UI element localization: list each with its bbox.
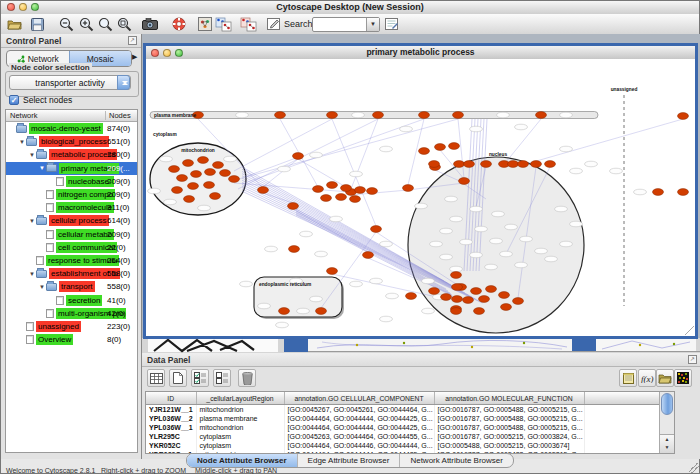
network-node[interactable]	[169, 166, 180, 173]
network-node[interactable]	[518, 161, 529, 168]
network-node[interactable]	[341, 185, 352, 192]
tree-row[interactable]: ▼biological_process651(0)	[6, 135, 137, 148]
network-canvas[interactable]: plasma membrane cytoplasm mitochondrion …	[146, 59, 695, 336]
network-node[interactable]	[198, 157, 209, 164]
network-node[interactable]	[204, 182, 215, 189]
zoom-in-button[interactable]	[77, 15, 95, 33]
network-node[interactable]	[406, 293, 417, 300]
table-row[interactable]: YLR295Ccytoplasm[GO:0045263, GO:0044464,…	[146, 432, 660, 441]
network-node[interactable]	[452, 296, 463, 303]
network-node[interactable]	[183, 160, 194, 167]
tree-row[interactable]: ▼metabolic process280(0)	[6, 148, 137, 161]
network-node[interactable]	[205, 169, 216, 176]
attribute-table[interactable]: ID_cellularLayoutRegionannotation.GO CEL…	[146, 392, 661, 454]
table-row[interactable]: YPL036W__2plasma membrane[GO:0044464, GO…	[146, 414, 660, 423]
float-data-panel-icon[interactable]: ↗	[688, 355, 697, 364]
network-node[interactable]	[371, 226, 382, 233]
advanced-search-button[interactable]	[383, 15, 401, 33]
network-node[interactable]	[363, 252, 374, 259]
tab-node-attribute-browser[interactable]: Node Attribute Browser	[187, 454, 297, 467]
save-session-button[interactable]	[28, 15, 46, 33]
network-node[interactable]	[403, 185, 414, 192]
network-node[interactable]	[452, 284, 463, 291]
search-input[interactable]: ▼	[312, 17, 380, 32]
copy-network-blue-button[interactable]	[214, 15, 232, 33]
network-node[interactable]	[184, 196, 195, 203]
combo-stepper-icon[interactable]	[117, 75, 130, 90]
copy-network-red-button[interactable]	[239, 15, 257, 33]
attribute-table-header-row[interactable]: ID_cellularLayoutRegionannotation.GO CEL…	[146, 392, 660, 405]
network-node[interactable]	[419, 112, 430, 119]
network-node[interactable]	[191, 171, 202, 178]
annotation-button[interactable]	[265, 15, 283, 33]
tab-edge-attribute-browser[interactable]: Edge Attribute Browser	[297, 454, 400, 467]
network-node[interactable]	[172, 187, 183, 194]
network-node[interactable]	[441, 294, 452, 301]
column-header[interactable]: annotation.GO CELLULAR_COMPONENT	[284, 392, 434, 405]
select-nodes-checkbox[interactable]: ✓	[9, 95, 19, 105]
tab-network-attribute-browser[interactable]: Network Attribute Browser	[399, 454, 512, 467]
network-node[interactable]	[499, 292, 510, 299]
network-node[interactable]	[429, 161, 440, 168]
network-node[interactable]	[313, 186, 324, 193]
network-node[interactable]	[454, 161, 465, 168]
network-node[interactable]	[177, 175, 188, 182]
network-node[interactable]	[536, 112, 547, 119]
network-node[interactable]	[350, 196, 361, 203]
network-node[interactable]	[531, 161, 542, 168]
window-titlebar[interactable]: Cytoscape Desktop (New Session)	[1, 1, 699, 15]
tree-row[interactable]: Overview8(0)	[6, 333, 137, 346]
node-color-select[interactable]: transporter activity	[9, 75, 131, 90]
delete-attribute-button[interactable]	[238, 369, 256, 387]
tree-row[interactable]: ▼transport558(0)	[6, 280, 137, 293]
network-node[interactable]	[464, 161, 475, 168]
snapshot-button[interactable]	[141, 15, 159, 33]
tree-row[interactable]: cellular metabo209(0)	[6, 228, 137, 241]
open-session-button[interactable]	[5, 15, 23, 33]
network-node[interactable]	[653, 189, 664, 196]
heatmap-button[interactable]	[674, 369, 692, 387]
tree-row[interactable]: multi-organism pro42(0)	[6, 307, 137, 320]
network-node[interactable]	[459, 178, 470, 185]
network-node[interactable]	[229, 176, 240, 183]
zoom-out-button[interactable]	[57, 15, 75, 33]
network-node[interactable]	[545, 161, 556, 168]
function-builder-button[interactable]: f(x)	[638, 369, 656, 387]
network-node[interactable]	[463, 297, 474, 304]
float-panel-icon[interactable]: ↗	[128, 36, 137, 45]
network-node[interactable]	[367, 188, 378, 195]
network-node[interactable]	[479, 296, 490, 303]
network-node[interactable]	[451, 272, 462, 279]
tree-row[interactable]: ▼establishment of lo558(0)	[6, 267, 137, 280]
network-node[interactable]	[275, 112, 286, 119]
table-scrollbar[interactable]: ▲▼	[659, 392, 674, 453]
column-header[interactable]: annotation.GO MOLECULAR_FUNCTION	[434, 392, 584, 405]
tree-row[interactable]: nitrogen compo209(0)	[6, 188, 137, 201]
background-windows[interactable]	[142, 338, 700, 353]
network-view-titlebar[interactable]: primary metabolic process	[146, 46, 695, 60]
network-node[interactable]	[279, 308, 290, 315]
network-node[interactable]	[355, 187, 366, 194]
network-node[interactable]	[474, 308, 485, 315]
network-node[interactable]	[327, 182, 338, 189]
column-header[interactable]: ID	[146, 392, 196, 405]
unselect-attributes-button[interactable]	[213, 369, 231, 387]
new-attribute-button[interactable]	[169, 369, 187, 387]
tree-row[interactable]: nucleobase-209(0)	[6, 175, 137, 188]
scrollbar-thumb[interactable]	[661, 393, 673, 415]
select-attributes-button[interactable]	[191, 369, 209, 387]
import-attributes-button[interactable]	[656, 369, 674, 387]
network-node[interactable]	[678, 189, 689, 196]
zoom-fit-button[interactable]	[115, 15, 133, 33]
network-node[interactable]	[213, 162, 224, 169]
tree-row[interactable]: cell communicat22(0)	[6, 241, 137, 254]
attribute-notes-button[interactable]	[619, 369, 637, 387]
network-node[interactable]	[419, 148, 430, 155]
network-node[interactable]	[508, 161, 519, 168]
frame-resize-grip[interactable]	[685, 326, 694, 335]
network-node[interactable]	[293, 153, 304, 160]
network-node[interactable]	[373, 112, 384, 119]
network-node[interactable]	[316, 308, 327, 315]
network-node[interactable]	[486, 286, 497, 293]
network-node[interactable]	[321, 195, 332, 202]
